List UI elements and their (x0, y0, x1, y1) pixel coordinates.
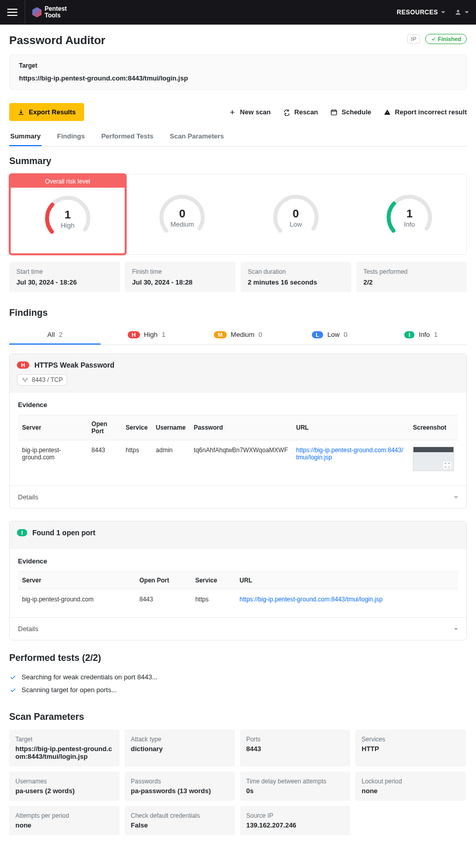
param-grid: Targethttps://big-ip.pentest-ground.com:… (9, 730, 467, 835)
target-box: Target https://big-ip.pentest-ground.com… (9, 54, 467, 90)
info-card: Finish timeJul 30, 2024 - 18:28 (125, 262, 236, 292)
page-title: Password Auditor (9, 34, 105, 47)
calendar-icon (330, 109, 338, 116)
resources-link[interactable]: RESOURCES (396, 9, 445, 16)
param-card: Time delay between attempts0s (240, 772, 350, 801)
test-item: Searching for weak credentials on port 8… (9, 671, 467, 683)
filter-info[interactable]: IInfo1 (375, 326, 467, 345)
menu-icon[interactable] (7, 9, 17, 16)
new-scan-button[interactable]: New scan (229, 108, 271, 116)
risk-medium: 0Medium (126, 174, 240, 254)
test-item: Scanning target for open ports... (9, 683, 467, 696)
tab-summary[interactable]: Summary (9, 127, 42, 146)
param-card: Lockout periodnone (355, 772, 466, 801)
filter-medium[interactable]: MMedium0 (192, 326, 284, 345)
evidence-label: Evidence (18, 401, 458, 409)
status-badge: Finished (425, 34, 467, 44)
param-card: Usernamespa-users (2 words) (9, 772, 120, 801)
filter-all[interactable]: All2 (9, 326, 101, 345)
info-card: Scan duration2 minutes 16 seconds (241, 262, 351, 292)
chevron-down-icon (454, 628, 458, 630)
param-card: Targethttps://big-ip.pentest-ground.com:… (9, 730, 120, 766)
chevron-down-icon (465, 11, 469, 13)
network-icon (22, 376, 29, 383)
url-link[interactable]: https://big-ip.pentest-ground.com:8443/t… (296, 447, 403, 461)
table-row: big-ip.pentest-ground.com8443httpsadmint… (18, 440, 458, 478)
tab-tests[interactable]: Performed Tests (100, 127, 154, 146)
risk-high: Overall risk level 1High (9, 173, 127, 255)
rescan-button[interactable]: Rescan (283, 108, 318, 116)
param-card: ServicesHTTP (355, 730, 466, 766)
gauge-high: 1High (43, 194, 92, 243)
url-link[interactable]: https://big-ip.pentest-ground.com:8443/t… (240, 596, 383, 603)
refresh-icon (283, 109, 290, 116)
param-card: Ports8443 (240, 730, 350, 766)
param-card: Check default credentialsFalse (125, 806, 235, 835)
tab-findings[interactable]: Findings (56, 127, 86, 146)
evidence-table: ServerOpen PortServiceURL big-ip.pentest… (18, 571, 458, 609)
param-card: Attempts per periodnone (9, 806, 120, 835)
export-button[interactable]: Export Results (9, 103, 84, 121)
finding-info: IFound 1 open port Evidence ServerOpen P… (9, 521, 467, 640)
svg-point-0 (457, 10, 460, 12)
screenshot-thumb[interactable] (413, 447, 454, 471)
warning-icon (384, 109, 391, 116)
target-url: https://big-ip.pentest-ground.com:8443/t… (19, 74, 457, 82)
filter-tabs: All2 HHigh1 MMedium0 LLow0 IInfo1 (9, 326, 467, 345)
shield-icon (32, 7, 42, 17)
logo-text: PentestTools (45, 6, 67, 19)
param-card: Passwordspa-passwords (13 words) (125, 772, 235, 801)
summary-heading: Summary (9, 156, 467, 167)
filter-high[interactable]: HHigh1 (101, 326, 192, 345)
user-icon (454, 9, 462, 16)
details-toggle[interactable]: Details (10, 617, 466, 640)
info-card: Start timeJul 30, 2024 - 18:26 (9, 262, 120, 292)
download-icon (17, 109, 25, 116)
port-tag: 8443 / TCP (17, 374, 67, 386)
risk-info: 1Info (353, 174, 467, 254)
params-heading: Scan Parameters (9, 712, 467, 722)
target-label: Target (19, 62, 457, 69)
finding-title: HTTPS Weak Password (34, 361, 114, 369)
table-row: big-ip.pentest-ground.com8443httpshttps:… (18, 590, 458, 610)
risk-row: Overall risk level 1High 0Medium 0Low 1I… (9, 174, 467, 255)
check-icon (9, 674, 16, 681)
finding-title: Found 1 open port (32, 529, 95, 537)
schedule-button[interactable]: Schedule (330, 108, 371, 116)
details-toggle[interactable]: Details (10, 486, 466, 508)
filter-low[interactable]: LLow0 (284, 326, 375, 345)
chevron-down-icon (454, 496, 458, 498)
evidence-table: ServerOpen PortServiceUsernamePasswordUR… (18, 415, 458, 477)
plus-icon (229, 109, 236, 116)
risk-low: 0Low (239, 174, 353, 254)
param-card: Source IP139.162.207.246 (240, 806, 350, 835)
chevron-down-icon (441, 11, 445, 13)
tab-params[interactable]: Scan Parameters (169, 127, 225, 146)
finding-high: HHTTPS Weak Password 8443 / TCP Evidence… (9, 353, 467, 509)
main-tabs: Summary Findings Performed Tests Scan Pa… (9, 127, 467, 147)
ip-badge: IP (407, 34, 420, 44)
user-menu[interactable] (454, 9, 469, 16)
svg-rect-1 (331, 110, 337, 114)
logo[interactable]: PentestTools (25, 0, 67, 25)
severity-badge: I (17, 529, 27, 536)
findings-heading: Findings (9, 308, 467, 318)
info-cards: Start timeJul 30, 2024 - 18:26Finish tim… (9, 262, 467, 292)
evidence-label: Evidence (18, 557, 458, 565)
tests-heading: Performed tests (2/2) (9, 653, 467, 663)
report-button[interactable]: Report incorrect result (384, 108, 467, 116)
check-icon (9, 687, 16, 694)
info-card: Tests performed2/2 (356, 262, 467, 292)
check-icon (431, 36, 436, 42)
severity-badge: H (17, 361, 29, 369)
tests-list: Searching for weak credentials on port 8… (9, 671, 467, 696)
top-nav: PentestTools RESOURCES (0, 0, 476, 25)
param-card: Attack typedictionary (125, 730, 235, 766)
